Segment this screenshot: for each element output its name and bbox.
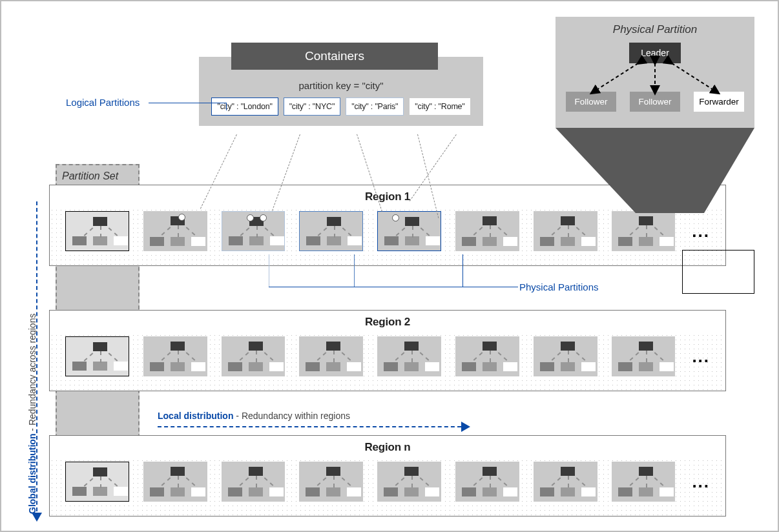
- physical-partition: [299, 336, 363, 376]
- connector-line: [269, 287, 462, 287]
- physical-partition: [455, 336, 519, 376]
- physical-partition: [534, 211, 597, 251]
- local-distribution-label: Local distribution - Redundancy within r…: [158, 411, 350, 421]
- connector-line: [462, 287, 518, 287]
- local-distribution-arrow-head: [461, 422, 470, 432]
- forwarder-node: Forwarder: [694, 92, 744, 112]
- physical-partition: [222, 336, 286, 376]
- ellipsis-icon: ...: [692, 472, 710, 492]
- follower-node: Follower: [630, 92, 680, 112]
- physical-partition: [143, 462, 207, 502]
- region-1-partitions: ...: [50, 207, 725, 263]
- local-distribution-sub: - Redundancy within regions: [236, 411, 350, 421]
- logical-partition-london: "city" : "London": [211, 97, 278, 116]
- global-distribution-arrow-line: [36, 201, 37, 518]
- physical-partition: [377, 462, 441, 502]
- physical-partition: [222, 462, 286, 502]
- global-distribution-arrow-head: [32, 513, 42, 522]
- physical-partition: [222, 211, 286, 251]
- connector-line: [354, 254, 355, 287]
- connector-line: [269, 254, 269, 287]
- physical-partition: [143, 211, 207, 251]
- magnifier-title: Physical Partition: [565, 23, 745, 36]
- physical-partition: [65, 211, 129, 251]
- physical-partition: [534, 462, 597, 502]
- region-n-title: Region n: [50, 436, 725, 458]
- region-n-partitions: ...: [50, 458, 725, 513]
- logical-partition-paris: "city" : "Paris": [346, 97, 404, 116]
- physical-partitions-label: Physical Partitions: [519, 281, 599, 292]
- diagram-canvas: Global distribution - Redundancy across …: [10, 10, 769, 522]
- connector-line: [226, 103, 227, 110]
- physical-partition: [455, 211, 519, 251]
- region-2-title: Region 2: [50, 311, 725, 332]
- ellipsis-icon: ...: [692, 221, 710, 241]
- region-1: Region 1 ...: [49, 185, 726, 266]
- svg-line-0: [592, 63, 638, 93]
- local-distribution-arrow-line: [158, 426, 461, 427]
- physical-partition: [65, 462, 129, 502]
- partition-set-label: Partition Set: [57, 165, 138, 182]
- physical-partition: [65, 336, 129, 376]
- connector-line: [149, 103, 226, 103]
- containers-title: Containers: [231, 43, 438, 70]
- local-distribution-title: Local distribution: [158, 411, 233, 421]
- ellipsis-icon: ...: [692, 347, 710, 367]
- region-2-partitions: ...: [50, 332, 725, 388]
- connector-line: [462, 254, 463, 287]
- physical-partition: [299, 211, 363, 251]
- physical-partition: [455, 462, 519, 502]
- leader-node: Leader: [629, 43, 681, 63]
- physical-partition: [299, 462, 363, 502]
- physical-partition-magnifier: Physical Partition Leader Follower Follo…: [556, 17, 754, 128]
- svg-line-2: [672, 63, 718, 93]
- logical-partition-nyc: "city" : "NYC": [284, 97, 341, 116]
- logical-partitions-row: "city" : "London" "city" : "NYC" "city" …: [199, 97, 483, 116]
- diagram-frame: Global distribution - Redundancy across …: [0, 0, 779, 532]
- physical-partition: [377, 211, 441, 251]
- physical-partition: [612, 462, 676, 502]
- physical-partition: [377, 336, 441, 376]
- region-1-title: Region 1: [50, 185, 725, 207]
- follower-node: Follower: [566, 92, 616, 112]
- physical-partition: [143, 336, 207, 376]
- logical-partitions-label: Logical Partitions: [66, 97, 140, 108]
- physical-partition: [612, 336, 676, 376]
- region-2: Region 2 ...: [49, 310, 726, 391]
- region-n: Region n ...: [49, 435, 726, 517]
- logical-partition-rome: "city" : "Rome": [409, 97, 470, 116]
- physical-partition: [612, 211, 676, 251]
- physical-partition: [534, 336, 597, 376]
